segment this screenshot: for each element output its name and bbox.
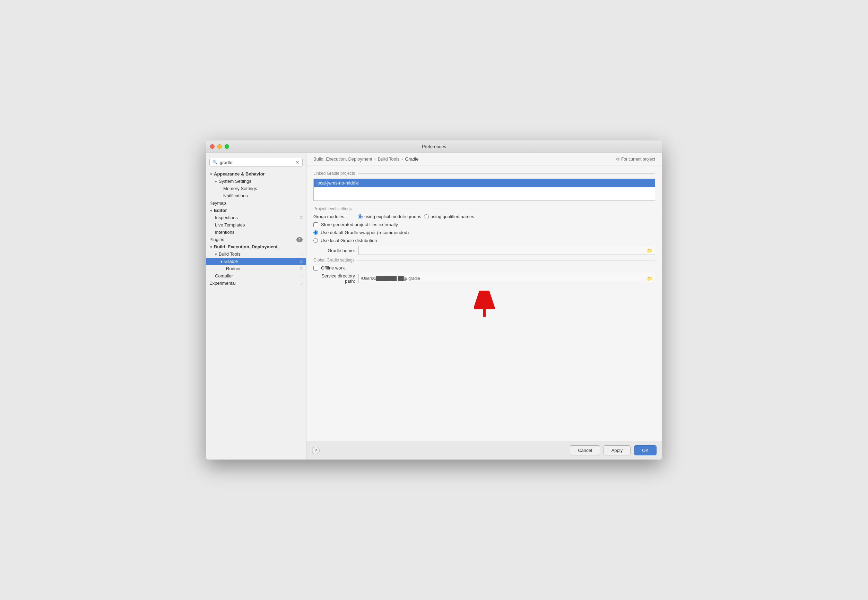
copy-icon: ⊡ [299, 267, 302, 271]
window-title: Preferences [422, 144, 446, 149]
gradle-home-input-container[interactable]: 📁 [358, 246, 655, 255]
radio-label-explicit[interactable]: using explicit module groups [358, 214, 421, 219]
copy-icon: ⊡ [299, 259, 302, 264]
offline-work-label[interactable]: Offline work [321, 265, 345, 271]
sidebar-item-inspections[interactable]: Inspections ⊡ [206, 214, 306, 221]
main-content-area: 🔍 ✕ ▼ Appearance & Behavior ▼ System Set… [206, 153, 662, 459]
sidebar-item-runner[interactable]: Runner ⊡ [206, 265, 306, 272]
for-project-label: For current project [621, 157, 655, 162]
linked-projects-box[interactable]: local-jwms-no-middle [313, 179, 655, 201]
service-directory-input[interactable] [361, 276, 647, 281]
sidebar-item-appearance-behavior[interactable]: ▼ Appearance & Behavior [206, 170, 306, 177]
traffic-lights [210, 144, 229, 149]
preferences-window: Preferences 🔍 ✕ ▼ Appearance & Behavior … [206, 141, 662, 459]
sidebar-item-build-tools[interactable]: ▼ Build Tools ⊡ [206, 250, 306, 258]
titlebar: Preferences [206, 141, 662, 153]
sidebar-item-label: Inspections [215, 215, 238, 220]
plugins-badge: 2 [296, 237, 302, 242]
sidebar-item-label: Build, Execution, Deployment [214, 244, 277, 249]
sidebar-item-label: Editor [214, 208, 227, 213]
sidebar-item-gradle[interactable]: ▼ Gradle ⊡ [206, 258, 306, 265]
expand-icon: ▼ [214, 180, 218, 183]
service-directory-row: Service directory path: 📁 [313, 273, 655, 284]
maximize-button[interactable] [225, 144, 229, 149]
use-default-wrapper-label[interactable]: Use default Gradle wrapper (recommended) [321, 230, 409, 235]
global-gradle-header: Global Gradle settings [313, 258, 655, 262]
breadcrumb-item-1: Build, Execution, Deployment [313, 156, 372, 162]
breadcrumb-item-3: Gradle [405, 156, 418, 162]
radio-group-qualified: using qualified names [424, 214, 474, 219]
sidebar-item-editor[interactable]: ▼ Editor [206, 207, 306, 214]
use-local-row: Use local Gradle distribution [313, 238, 655, 243]
radio-qualified[interactable] [424, 214, 429, 219]
red-arrow [474, 291, 494, 318]
expand-icon: ▼ [209, 173, 213, 176]
settings-content: Linked Gradle projects local-jwms-no-mid… [307, 165, 662, 441]
sidebar-item-system-settings[interactable]: ▼ System Settings [206, 177, 306, 185]
sidebar-item-memory-settings[interactable]: Memory Settings [206, 185, 306, 192]
use-default-wrapper-radio[interactable] [313, 230, 318, 235]
gradle-home-input[interactable] [361, 248, 647, 253]
use-local-label[interactable]: Use local Gradle distribution [321, 238, 377, 243]
search-icon: 🔍 [213, 160, 218, 165]
footer: ? Cancel Apply OK [307, 441, 662, 459]
sidebar-item-label: Runner [226, 266, 241, 271]
gradle-home-row: Gradle home: 📁 [313, 246, 655, 255]
store-generated-checkbox[interactable] [313, 222, 318, 227]
apply-button[interactable]: Apply [603, 445, 631, 455]
sidebar-item-notifications[interactable]: Notifications [206, 192, 306, 199]
sidebar-item-compiler[interactable]: Compiler ⊡ [206, 272, 306, 280]
sidebar-item-label: Live Templates [215, 222, 245, 227]
sidebar-item-label: Compiler [215, 273, 233, 279]
search-box[interactable]: 🔍 ✕ [209, 158, 302, 167]
project-level-header: Project-level settings [313, 206, 655, 211]
for-project-info: ⚙ For current project [616, 157, 655, 162]
copy-icon: ⊡ [299, 252, 302, 256]
gradle-home-label: Gradle home: [313, 248, 355, 253]
expand-icon: ▼ [214, 253, 218, 256]
sidebar-item-experimental[interactable]: Experimental ⊡ [206, 280, 306, 287]
sidebar-item-label: Build Tools [219, 252, 240, 257]
folder-icon[interactable]: 📁 [647, 248, 653, 253]
store-generated-label[interactable]: Store generated project files externally [321, 222, 398, 227]
sidebar: 🔍 ✕ ▼ Appearance & Behavior ▼ System Set… [206, 153, 307, 459]
help-button[interactable]: ? [312, 447, 320, 455]
breadcrumb: Build, Execution, Deployment › Build Too… [307, 153, 662, 165]
sidebar-item-intentions[interactable]: Intentions [206, 229, 306, 236]
breadcrumb-sep-2: › [401, 157, 403, 162]
folder-icon-service[interactable]: 📁 [647, 276, 653, 281]
ok-button[interactable]: OK [634, 445, 656, 455]
radio-label-qualified[interactable]: using qualified names [424, 214, 474, 219]
cancel-button[interactable]: Cancel [570, 445, 600, 455]
footer-buttons: Cancel Apply OK [570, 445, 656, 455]
copy-icon: ⊡ [299, 274, 302, 278]
breadcrumb-sep-1: › [374, 157, 376, 162]
sidebar-item-label: Plugins [209, 237, 224, 242]
sidebar-item-label: Appearance & Behavior [214, 171, 265, 177]
sidebar-item-build-execution-deployment[interactable]: ▼ Build, Execution, Deployment [206, 243, 306, 250]
search-input[interactable] [220, 160, 293, 165]
group-modules-label: Group modules: [313, 214, 355, 219]
linked-project-item[interactable]: local-jwms-no-middle [314, 179, 655, 187]
clear-icon[interactable]: ✕ [295, 159, 299, 165]
sidebar-item-keymap[interactable]: Keymap [206, 199, 306, 207]
minimize-button[interactable] [217, 144, 222, 149]
group-modules-row: Group modules: using explicit module gro… [313, 214, 655, 219]
sidebar-item-label: Gradle [224, 259, 238, 264]
sidebar-item-label: Experimental [209, 280, 236, 286]
close-button[interactable] [210, 144, 215, 149]
breadcrumb-item-2: Build Tools [378, 156, 400, 162]
settings-icon: ⚙ [616, 157, 620, 162]
sidebar-item-plugins[interactable]: Plugins 2 [206, 236, 306, 243]
sidebar-item-live-templates[interactable]: Live Templates [206, 221, 306, 229]
offline-work-row: Offline work [313, 265, 655, 271]
use-local-radio[interactable] [313, 238, 318, 243]
radio-explicit-label: using explicit module groups [364, 214, 421, 219]
store-generated-row: Store generated project files externally [313, 222, 655, 227]
offline-work-checkbox[interactable] [313, 266, 318, 271]
linked-projects-header: Linked Gradle projects [313, 171, 655, 176]
expand-icon: ▼ [209, 209, 213, 212]
expand-icon: ▼ [209, 245, 213, 248]
radio-explicit[interactable] [358, 214, 363, 219]
service-directory-input-container[interactable]: 📁 [358, 274, 655, 283]
